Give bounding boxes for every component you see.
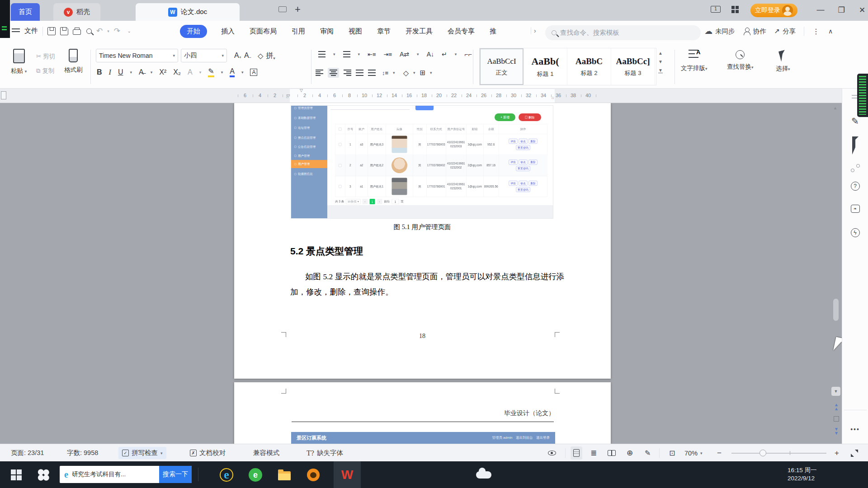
paste-button[interactable]: 粘贴 ▾ [11, 49, 27, 75]
ribbon-tab-引用[interactable]: 引用 [291, 25, 306, 38]
text-effects-button[interactable]: A [188, 68, 193, 76]
admin-sidebar-item-轮播图信息[interactable]: 轮播图信息 [291, 170, 327, 178]
zoom-level[interactable]: 70%▾ [684, 444, 703, 462]
wrap-marks-icon[interactable]: ↵ [442, 51, 447, 58]
scrollbar-thumb[interactable] [833, 299, 839, 321]
find-replace-button[interactable]: 查找替换▾ [727, 49, 754, 71]
font-name-select[interactable]: Times New Roman▾ [96, 49, 178, 62]
prev-page-button[interactable]: ‹ [362, 199, 368, 204]
tab-document[interactable]: W 论文.doc [136, 3, 240, 21]
tabs-ruler-icon[interactable]: ⌐⌐ [464, 51, 472, 58]
sync-status-button[interactable]: ☁未同步 [704, 26, 735, 36]
borders-caret-icon[interactable]: ▾ [430, 70, 432, 75]
browser-360-button[interactable]: e [245, 461, 266, 488]
strike-caret-icon[interactable]: ▾ [151, 70, 153, 75]
save-as-icon[interactable] [60, 27, 68, 35]
distribute-icon[interactable] [368, 70, 376, 76]
left-indent-marker[interactable]: ⌂▭ [286, 94, 290, 103]
ribbon-tab-会员专享[interactable]: 会员专享 [447, 25, 476, 38]
action-reset-password-button[interactable]: 重置密码 [516, 166, 530, 171]
decrease-font-icon[interactable]: A− [244, 52, 251, 60]
gallery-scroll-up-icon[interactable]: ▲ [658, 51, 663, 56]
action-删除-button[interactable]: 删除 [529, 139, 538, 144]
ribbon-tab-开发工具[interactable]: 开发工具 [405, 25, 434, 38]
first-line-indent-marker[interactable]: ▽ [300, 88, 303, 93]
cast-icon[interactable] [278, 6, 287, 12]
ribbon-tab-视图[interactable]: 视图 [348, 25, 363, 38]
italic-button[interactable]: I [109, 68, 111, 76]
admin-delete-button[interactable]: 删除 [519, 113, 541, 121]
scroll-up-icon[interactable]: ▲ [833, 106, 837, 110]
new-tab-button[interactable]: + [295, 4, 301, 15]
page-indicator[interactable]: 页面: 23/31 [11, 444, 44, 462]
collapse-ribbon-icon[interactable]: ∧ [828, 28, 833, 35]
admin-add-button[interactable]: + 新增 [495, 113, 515, 121]
bold-button[interactable]: B [97, 68, 102, 76]
app-grid-icon[interactable] [731, 6, 739, 13]
admin-search-button[interactable] [415, 105, 434, 110]
admin-sidebar-item-用户管理[interactable]: 用户管理 [291, 160, 327, 168]
zoom-out-button[interactable]: − [717, 444, 722, 462]
ribbon-tab-页面布局[interactable]: 页面布局 [249, 25, 278, 38]
file-menu[interactable]: 文件 [24, 27, 38, 35]
word-count[interactable]: 字数: 9958 [67, 444, 98, 462]
gallery-scroll-down-icon[interactable]: ▼ [658, 59, 663, 64]
row-checkbox[interactable] [339, 143, 342, 146]
number-caret-icon[interactable]: ▾ [358, 52, 360, 56]
next-page-button[interactable]: ▼▼ [832, 427, 841, 435]
shading-caret-icon[interactable]: ▾ [413, 70, 415, 75]
copy-button[interactable]: ⧉ 复制 [36, 67, 55, 75]
outline-view-icon[interactable]: ≣ [590, 444, 597, 462]
collab-button[interactable]: 协作 [743, 27, 766, 36]
action-详情-button[interactable]: 详情 [509, 160, 518, 164]
highlight-button[interactable]: ✎ [208, 67, 214, 77]
align-left-icon[interactable] [316, 70, 323, 76]
ribbon-tab-开始[interactable]: 开始 [180, 25, 207, 38]
effects-caret-icon[interactable]: ▾ [199, 70, 202, 75]
handwrite-icon[interactable]: ✎ [645, 444, 651, 462]
admin-sidebar-item-公告信息管理[interactable]: 公告信息管理 [291, 143, 327, 151]
admin-sidebar-item-论坛管理[interactable]: 论坛管理 [291, 124, 327, 132]
more-options-icon[interactable]: ⋮ [812, 27, 820, 36]
pinyin-guide-icon[interactable]: 拼▾ [266, 51, 275, 61]
underline-button[interactable]: U [118, 68, 123, 76]
fit-page-icon[interactable]: ⊡ [669, 444, 675, 462]
ribbon-tab-章节[interactable]: 章节 [376, 25, 392, 38]
ink-pen-icon[interactable]: ✎ [851, 116, 859, 127]
font-size-select[interactable]: 小四▾ [181, 49, 227, 62]
action-修改-button[interactable]: 修改 [519, 160, 528, 164]
row-checkbox[interactable] [339, 185, 342, 188]
admin-sidebar-item-基础数据管理[interactable]: 基础数据管理 [291, 114, 327, 122]
justify-icon[interactable] [356, 70, 363, 76]
right-indent-marker[interactable]: ⌂ [552, 95, 554, 100]
ribbon-tab-审阅[interactable]: 审阅 [319, 25, 335, 38]
page-1[interactable]: 管理员管理基础数据管理论坛管理景点信息管理公告信息管理用户管理用户管理轮播图信息… [234, 103, 611, 379]
current-page[interactable]: 1 [369, 199, 375, 204]
subscript-button[interactable]: X₂ [173, 68, 181, 76]
sort-icon[interactable]: A↓ [427, 51, 434, 58]
style-标题 3[interactable]: AaBbCc]标题 3 [611, 48, 655, 85]
text-direction-icon[interactable]: A⇄ [400, 51, 409, 58]
print-icon[interactable] [73, 29, 81, 35]
proofread-button[interactable]: ✗文档校对 [190, 444, 226, 462]
window-mode-icon[interactable]: 1 [711, 6, 721, 13]
orange-app-button[interactable] [303, 461, 324, 488]
format-painter-button[interactable]: 格式刷 [64, 49, 83, 74]
per-page-select[interactable]: 10条/页 ▾ [346, 199, 360, 204]
bullet-caret-icon[interactable]: ▾ [333, 52, 335, 56]
more-tools-icon[interactable]: ••• [850, 426, 860, 433]
taskbar-search[interactable]: e 研究生考试科目有... 搜索一下 [60, 466, 192, 483]
action-reset-password-button[interactable]: 重置密码 [516, 145, 530, 150]
increase-font-icon[interactable]: A+ [234, 52, 241, 60]
cut-button[interactable]: ✂ 剪切 [36, 52, 55, 61]
font-color-button[interactable]: A [230, 67, 235, 77]
taskbar-clock[interactable]: 16:15 周一 2022/9/12 [788, 466, 837, 483]
shading-icon[interactable]: ◇ [403, 69, 409, 77]
spacing-caret-icon[interactable]: ▾ [393, 70, 395, 75]
wrap-caret-icon[interactable]: ▾ [455, 52, 457, 56]
borders-icon[interactable]: ⊞ [420, 69, 425, 77]
gallery-more-icon[interactable]: ▼ [658, 68, 663, 73]
style-标题 2[interactable]: AaBbC标题 2 [567, 48, 611, 85]
login-button[interactable]: 立即登录 [750, 4, 797, 17]
style-正文[interactable]: AaBbCcI正文 [480, 48, 524, 85]
